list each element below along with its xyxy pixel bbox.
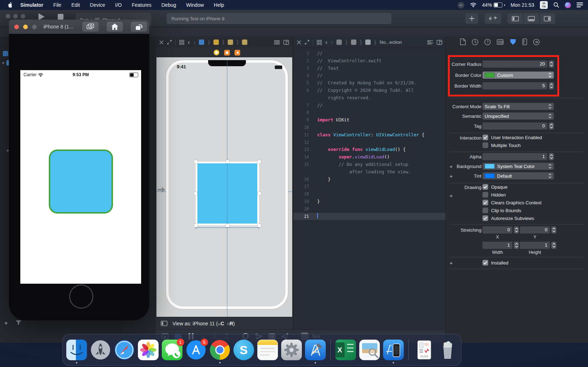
menu-file[interactable]: File bbox=[48, 0, 67, 10]
expand-editor-icon[interactable] bbox=[305, 40, 309, 44]
dock-item-notes[interactable] bbox=[257, 337, 278, 363]
battery-status[interactable]: 44% bbox=[482, 2, 505, 8]
simulator-titlebar[interactable]: iPhone 8 (1... bbox=[9, 20, 149, 34]
back-icon[interactable]: ‹ bbox=[325, 39, 327, 46]
menu-edit[interactable]: Edit bbox=[66, 0, 85, 10]
add-installed-attr-button[interactable]: + bbox=[449, 260, 454, 266]
dock-item-preview[interactable] bbox=[359, 337, 380, 363]
dock-item-sysprefs[interactable] bbox=[281, 337, 302, 363]
code-line[interactable]: 15 // Do any additional setup bbox=[293, 161, 446, 168]
tag-field[interactable]: 0 bbox=[483, 122, 547, 130]
sim-close-button[interactable] bbox=[14, 25, 19, 29]
stretching-width-stepper[interactable] bbox=[514, 242, 519, 249]
siri-icon[interactable] bbox=[565, 2, 571, 8]
checkbox-hidden[interactable]: Hidden bbox=[483, 192, 506, 198]
stretching-y-stepper[interactable] bbox=[551, 226, 556, 234]
add-item-button[interactable]: + bbox=[4, 320, 8, 327]
code-area[interactable]: 1//2// ViewController.swift3// Test4//5/… bbox=[293, 48, 446, 343]
code-line[interactable]: 3// Test bbox=[293, 65, 446, 72]
code-line[interactable]: 19} bbox=[293, 198, 446, 205]
spotlight-icon[interactable] bbox=[553, 2, 559, 8]
dock-item-appstore[interactable]: 5 bbox=[185, 337, 207, 363]
checkbox-autoresize-subviews[interactable]: Autoresize Subviews bbox=[483, 215, 534, 221]
sim-minimize-button[interactable] bbox=[23, 25, 28, 29]
code-line[interactable]: rights reserved. bbox=[293, 94, 446, 102]
code-line[interactable]: 20 bbox=[293, 205, 446, 213]
stretching-x-stepper[interactable] bbox=[514, 226, 519, 234]
code-line[interactable]: 18 bbox=[293, 190, 446, 198]
code-line[interactable]: 13 override func viewDidLoad() { bbox=[293, 146, 446, 153]
dock-item-excel[interactable]: X bbox=[335, 337, 356, 363]
checkbox-user-interaction-enabled[interactable]: User Interaction Enabled bbox=[483, 135, 542, 140]
code-line[interactable]: 2// ViewController.swift bbox=[293, 57, 446, 65]
tab-attributes-inspector[interactable] bbox=[510, 38, 516, 45]
dock-item-safari[interactable] bbox=[114, 337, 135, 363]
tab-quick-help-inspector[interactable]: ? bbox=[484, 39, 491, 45]
code-line[interactable]: 7// bbox=[293, 102, 446, 109]
expand-editor-icon[interactable] bbox=[167, 40, 172, 44]
window-minimize-button[interactable] bbox=[13, 14, 18, 19]
selected-view[interactable] bbox=[196, 162, 259, 225]
code-line[interactable]: 8 bbox=[293, 109, 446, 116]
symbol-crumb[interactable]: No...ection bbox=[380, 40, 402, 45]
dock-item-messages[interactable]: 1 bbox=[161, 337, 183, 363]
file-crumb-icon2[interactable] bbox=[242, 40, 247, 45]
related-items-icon[interactable] bbox=[179, 40, 184, 45]
toggle-debug-area-button[interactable] bbox=[523, 13, 539, 24]
iphone8-screen[interactable]: Carrier 9:53 PM bbox=[20, 70, 141, 284]
stretching-height-stepper[interactable] bbox=[551, 242, 556, 249]
creative-cloud-icon[interactable]: ∞ bbox=[458, 2, 464, 9]
background-popup[interactable]: System Teal Color bbox=[483, 163, 554, 170]
menu-features[interactable]: Features bbox=[127, 0, 156, 10]
installed-checkbox[interactable]: Installed bbox=[483, 260, 508, 266]
swift-file-crumb-icon[interactable] bbox=[365, 40, 371, 45]
back-icon[interactable]: ‹ bbox=[188, 39, 190, 46]
outline-toggle-icon[interactable] bbox=[274, 40, 280, 44]
filter-icon[interactable] bbox=[16, 320, 21, 325]
code-review-button[interactable] bbox=[485, 13, 501, 24]
dock-item-launchpad[interactable] bbox=[90, 337, 111, 363]
toggle-inspectors-button[interactable] bbox=[540, 13, 555, 24]
code-line[interactable]: 5// Created by Hoàng Tuấn on 9/21/20. bbox=[293, 79, 446, 87]
menu-simulator[interactable]: Simulator bbox=[14, 0, 48, 10]
window-close-button[interactable] bbox=[6, 14, 10, 19]
home-button[interactable] bbox=[69, 284, 93, 309]
view-as-bar[interactable]: View as: iPhone 11 (wC hR) bbox=[156, 317, 293, 330]
sim-home-button[interactable] bbox=[107, 22, 123, 32]
code-line[interactable]: 11class ViewController: UIViewController… bbox=[293, 131, 446, 139]
dock-item-chrome[interactable] bbox=[209, 337, 231, 363]
app-rounded-view[interactable] bbox=[49, 150, 113, 214]
minimap-icon[interactable] bbox=[427, 40, 433, 44]
code-line[interactable]: 4// bbox=[293, 72, 446, 79]
wifi-icon[interactable] bbox=[470, 2, 476, 7]
code-line[interactable]: 9import UIKit bbox=[293, 116, 446, 124]
dock-item-xlsx[interactable]: XLSX bbox=[413, 337, 434, 363]
stretching-width-field[interactable]: 1 bbox=[483, 242, 512, 249]
code-line[interactable]: after loading the view. bbox=[293, 168, 446, 176]
menu-debug[interactable]: Debug bbox=[156, 0, 181, 10]
app-crumb-icon[interactable] bbox=[199, 40, 204, 45]
semantic-popup[interactable]: Unspecified bbox=[483, 112, 554, 120]
simulator-window[interactable]: iPhone 8 (1... Carrier 9:53 PM bbox=[9, 20, 149, 320]
related-items-icon[interactable] bbox=[317, 40, 322, 45]
dock-item-xcode[interactable] bbox=[305, 337, 326, 363]
library-button[interactable] bbox=[465, 13, 478, 24]
code-line-current[interactable]: 21 bbox=[293, 213, 446, 220]
folder-crumb-icon[interactable] bbox=[213, 40, 219, 45]
menu-device[interactable]: Device bbox=[85, 0, 110, 10]
tint-popup[interactable]: Default bbox=[483, 172, 554, 179]
stretching-y-field[interactable]: 0 bbox=[520, 226, 550, 234]
checkbox-clip-to-bounds[interactable]: Clip to Bounds bbox=[483, 208, 521, 213]
checkbox-opaque[interactable]: Opaque bbox=[483, 184, 507, 190]
dock-item-photos[interactable] bbox=[138, 337, 159, 363]
close-editor-icon[interactable] bbox=[297, 40, 301, 44]
content-mode-popup[interactable]: Scale To Fill bbox=[483, 103, 554, 110]
code-line[interactable]: 6// Copyright © 2020 Hoàng Tuấn. All bbox=[293, 87, 446, 94]
alpha-field[interactable]: 1 bbox=[483, 153, 547, 160]
sim-rotate-button[interactable] bbox=[131, 22, 147, 32]
tab-history-inspector[interactable] bbox=[472, 39, 478, 45]
code-line[interactable]: 1// bbox=[293, 50, 446, 57]
tab-identity-inspector[interactable] bbox=[497, 39, 504, 45]
toggle-navigator-button[interactable] bbox=[507, 13, 523, 24]
exit-icon[interactable] bbox=[234, 50, 240, 56]
